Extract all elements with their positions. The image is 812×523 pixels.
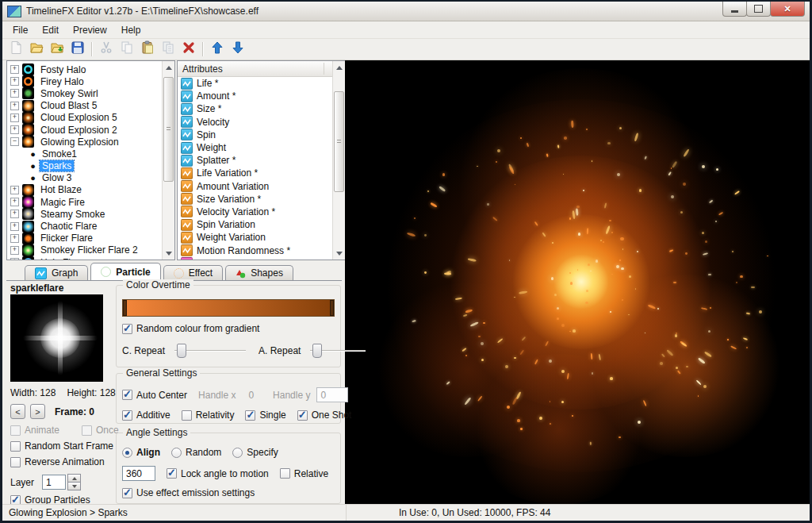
open-file-button[interactable]: [27, 40, 46, 58]
save-button[interactable]: [68, 40, 87, 58]
tree-item[interactable]: +Flicker Flare: [7, 233, 174, 244]
tree-item[interactable]: +Smokey Swirl: [7, 87, 174, 99]
tree-scroll-thumb[interactable]: [163, 77, 174, 182]
close-button[interactable]: ✕: [770, 2, 805, 17]
attribute-item[interactable]: Splatter *: [178, 154, 345, 167]
menu-preview[interactable]: Preview: [66, 23, 114, 37]
expand-icon[interactable]: +: [10, 125, 19, 134]
tree-item[interactable]: +Smokey Flicker Flare 2: [7, 244, 174, 256]
tree-item[interactable]: +Halo Flare: [7, 256, 174, 260]
tree-item[interactable]: +Cloud Blast 5: [7, 100, 174, 112]
move-up-button[interactable]: [208, 40, 227, 58]
a-repeat-slider[interactable]: [310, 343, 366, 358]
attribute-item[interactable]: Size Variation *: [178, 193, 345, 206]
auto-center-checkbox[interactable]: [122, 390, 132, 400]
tree-scrollbar[interactable]: [162, 61, 174, 260]
maximize-button[interactable]: [746, 2, 771, 17]
tree-item[interactable]: −Glowing Explosion: [7, 136, 174, 148]
animate-checkbox[interactable]: [10, 425, 21, 436]
attribute-item[interactable]: Weight Variation: [178, 231, 345, 244]
specify-radio[interactable]: [232, 448, 243, 458]
tab-effect[interactable]: Effect: [163, 265, 223, 280]
attributes-scrollbar[interactable]: [332, 61, 345, 260]
expand-icon[interactable]: +: [10, 210, 19, 218]
scroll-down-icon[interactable]: [163, 248, 174, 259]
expand-icon[interactable]: +: [10, 258, 19, 260]
expand-icon[interactable]: +: [10, 222, 19, 231]
relativity-checkbox[interactable]: [182, 410, 192, 421]
once-checkbox[interactable]: [82, 425, 92, 436]
tree-item[interactable]: +Chaotic Flare: [7, 220, 174, 232]
expand-icon[interactable]: +: [10, 102, 19, 110]
tree-child-item[interactable]: ●Glow 3: [7, 172, 174, 184]
c-repeat-slider[interactable]: [174, 343, 246, 358]
attribute-item[interactable]: Size *: [178, 102, 345, 115]
attribute-item[interactable]: Velocity: [178, 116, 345, 129]
tab-particle[interactable]: Particle: [90, 263, 160, 280]
new-file-button[interactable]: [6, 40, 25, 58]
tree-child-item[interactable]: ●Sparks: [7, 160, 174, 172]
relative-checkbox[interactable]: [280, 468, 290, 479]
tree-item[interactable]: +Fosty Halo: [7, 63, 174, 75]
expand-icon[interactable]: +: [10, 65, 19, 74]
prev-frame-button[interactable]: <: [10, 404, 25, 419]
menu-help[interactable]: Help: [114, 23, 148, 37]
copy-button[interactable]: [117, 40, 136, 58]
additive-checkbox[interactable]: [122, 410, 132, 421]
layer-input[interactable]: 1: [42, 475, 66, 490]
c-repeat-slider-thumb[interactable]: [177, 344, 186, 358]
attribute-item[interactable]: Spin Variation: [178, 218, 345, 231]
expand-icon[interactable]: +: [10, 89, 19, 98]
angle-value-input[interactable]: 360: [122, 466, 155, 481]
random-radio[interactable]: [171, 448, 182, 458]
a-repeat-slider-thumb[interactable]: [312, 344, 322, 358]
attribute-item[interactable]: Amount Variation: [178, 180, 345, 193]
tab-shapes[interactable]: Shapes: [225, 265, 293, 280]
scroll-down-icon[interactable]: [334, 248, 344, 259]
expand-icon[interactable]: +: [10, 186, 19, 194]
expand-icon[interactable]: +: [10, 246, 19, 255]
lock-angle-checkbox[interactable]: [167, 468, 177, 479]
color-gradient-bar[interactable]: [122, 299, 335, 317]
emission-settings-checkbox[interactable]: [122, 488, 132, 498]
scroll-up-icon[interactable]: [334, 62, 344, 73]
import-file-button[interactable]: [48, 40, 67, 58]
tab-graph[interactable]: Graph: [25, 265, 88, 280]
attribute-item[interactable]: Weight: [178, 141, 345, 154]
tree-item[interactable]: +Firey Halo: [7, 75, 174, 87]
next-frame-button[interactable]: >: [30, 404, 45, 419]
menu-file[interactable]: File: [6, 23, 35, 37]
single-checkbox[interactable]: [245, 410, 255, 421]
random-start-frame-checkbox[interactable]: [10, 441, 21, 452]
tree-item[interactable]: +Cloud Explosion 2: [7, 124, 174, 136]
attribute-item[interactable]: Life Variation *: [178, 167, 345, 179]
title-bar[interactable]: TimelineFX Editor v1.27b - E:\TimelineFX…: [2, 2, 810, 21]
tree-item[interactable]: +Magic Fire: [7, 196, 174, 208]
duplicate-button[interactable]: [159, 40, 178, 58]
random-colour-checkbox[interactable]: [122, 324, 132, 334]
tree-item[interactable]: +Cloud Explosion 5: [7, 112, 174, 124]
layer-spinner[interactable]: [67, 474, 81, 490]
expand-icon[interactable]: +: [10, 234, 19, 243]
collapse-icon[interactable]: −: [10, 137, 19, 146]
one-shot-checkbox[interactable]: [297, 410, 308, 421]
scroll-up-icon[interactable]: [163, 62, 174, 73]
attribute-item[interactable]: [178, 257, 345, 260]
tree-child-item[interactable]: ●Smoke1: [7, 148, 174, 160]
attribute-item[interactable]: Amount *: [178, 90, 345, 102]
attributes-scroll-thumb[interactable]: [334, 91, 344, 192]
expand-icon[interactable]: +: [10, 113, 19, 122]
tree-item[interactable]: +Hot Blaze: [7, 184, 174, 196]
move-down-button[interactable]: [228, 40, 247, 58]
expand-icon[interactable]: +: [10, 77, 19, 86]
attribute-item[interactable]: Spin: [178, 129, 345, 141]
attribute-item[interactable]: Motion Randomness *: [178, 244, 345, 256]
paste-button[interactable]: [138, 40, 157, 58]
delete-button[interactable]: [179, 40, 198, 58]
menu-edit[interactable]: Edit: [35, 23, 66, 37]
attributes-header[interactable]: Attributes: [178, 61, 345, 77]
preview-canvas[interactable]: [345, 60, 810, 504]
tree-item[interactable]: +Steamy Smoke: [7, 208, 174, 220]
gradient-right-cap[interactable]: [330, 300, 334, 316]
group-particles-checkbox[interactable]: [10, 495, 21, 505]
